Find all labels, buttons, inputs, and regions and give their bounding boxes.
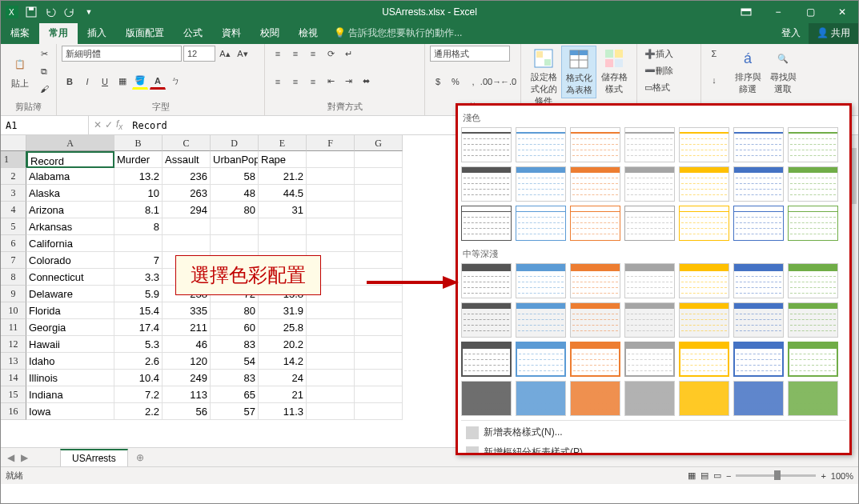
cell[interactable] <box>307 336 355 353</box>
cell[interactable]: 113 <box>163 386 211 403</box>
table-style-thumb[interactable] <box>624 381 675 416</box>
row-head[interactable]: 1 <box>1 151 26 168</box>
name-box[interactable]: A1 <box>1 116 89 134</box>
cell[interactable] <box>307 151 355 168</box>
tab-data[interactable]: 資料 <box>212 22 251 44</box>
table-style-thumb[interactable] <box>461 381 512 416</box>
cell[interactable] <box>307 168 355 185</box>
cell[interactable]: Hawaii <box>26 336 114 353</box>
cell[interactable]: Assault <box>163 151 211 168</box>
cell[interactable]: 11.3 <box>259 403 307 420</box>
cell[interactable] <box>211 218 259 235</box>
tab-insert[interactable]: 插入 <box>78 22 116 44</box>
cell[interactable] <box>355 151 403 168</box>
cell[interactable]: 13.2 <box>114 168 163 185</box>
format-cells-button[interactable]: ▭ 格式 <box>642 79 672 95</box>
cell[interactable] <box>307 319 355 336</box>
col-head[interactable]: A <box>26 135 114 151</box>
cell[interactable]: 58 <box>211 168 259 185</box>
zoom-out-icon[interactable]: − <box>726 471 731 481</box>
cell[interactable] <box>355 218 403 235</box>
row-head[interactable]: 13 <box>1 353 26 370</box>
cell[interactable] <box>355 235 403 252</box>
font-name-select[interactable]: 新細明體 <box>62 46 182 62</box>
cell[interactable]: 5.9 <box>114 286 163 302</box>
cell[interactable] <box>114 235 163 252</box>
cell[interactable]: Arkansas <box>26 218 114 235</box>
cell[interactable] <box>307 185 355 202</box>
sheet-tab[interactable]: USArrests <box>60 449 128 466</box>
cell[interactable]: 31 <box>259 202 307 218</box>
table-style-thumb[interactable] <box>516 342 566 377</box>
row-head[interactable]: 6 <box>1 235 26 252</box>
cell[interactable]: Connecticut <box>26 269 114 286</box>
inc-decimal-icon[interactable]: .00→ <box>483 74 499 90</box>
cell[interactable]: 24 <box>259 370 307 386</box>
indent-inc-icon[interactable]: ⇥ <box>340 74 356 90</box>
cell[interactable]: 2.6 <box>114 353 163 370</box>
cell[interactable]: 83 <box>211 336 259 353</box>
align-center-icon[interactable]: ≡ <box>287 74 303 90</box>
align-bottom-icon[interactable]: ≡ <box>305 46 321 62</box>
cell[interactable]: 249 <box>163 370 211 386</box>
row-head[interactable]: 8 <box>1 269 26 286</box>
paste-button[interactable]: 📋貼上 <box>6 52 34 91</box>
table-style-thumb[interactable] <box>461 263 512 298</box>
redo-icon[interactable] <box>62 4 78 20</box>
cell[interactable]: 46 <box>163 336 211 353</box>
cell[interactable]: 44.5 <box>259 185 307 202</box>
insert-cells-button[interactable]: ➕ 插入 <box>642 46 676 62</box>
phonetic-icon[interactable]: ㄅ <box>167 74 183 90</box>
table-style-thumb[interactable] <box>733 206 784 241</box>
row-head[interactable]: 3 <box>1 185 26 202</box>
indent-dec-icon[interactable]: ⇤ <box>323 74 339 90</box>
cell[interactable]: 263 <box>163 185 211 202</box>
cell[interactable] <box>355 336 403 353</box>
zoom-in-icon[interactable]: + <box>821 471 825 481</box>
view-normal-icon[interactable]: ▦ <box>688 470 696 481</box>
dec-decimal-icon[interactable]: ←.0 <box>500 74 516 90</box>
cell[interactable]: Indiana <box>26 386 114 403</box>
table-style-thumb[interactable] <box>788 302 838 338</box>
cell[interactable] <box>307 403 355 420</box>
cell[interactable]: 65 <box>211 386 259 403</box>
cell[interactable] <box>307 370 355 386</box>
orientation-icon[interactable]: ⟳ <box>323 46 339 62</box>
save-icon[interactable] <box>23 4 39 20</box>
cell[interactable] <box>307 302 355 319</box>
table-style-thumb[interactable] <box>733 166 784 202</box>
table-style-thumb[interactable] <box>679 127 729 162</box>
sheet-nav-prev-icon[interactable]: ◀ <box>1 452 21 463</box>
table-style-thumb[interactable] <box>788 263 838 298</box>
comma-icon[interactable]: , <box>465 74 481 90</box>
cell[interactable]: 10 <box>114 185 163 202</box>
fill-icon[interactable]: ↓ <box>706 72 722 88</box>
view-layout-icon[interactable]: ▤ <box>700 470 708 481</box>
cell[interactable]: 120 <box>163 353 211 370</box>
merge-icon[interactable]: ⬌ <box>358 74 374 90</box>
cell[interactable]: California <box>26 235 114 252</box>
wrap-text-icon[interactable]: ↵ <box>340 46 356 62</box>
table-style-thumb[interactable] <box>570 206 620 241</box>
table-style-thumb[interactable] <box>570 127 620 162</box>
cell[interactable]: 7.2 <box>114 386 163 403</box>
tab-review[interactable]: 校閱 <box>251 22 289 44</box>
cell[interactable]: 7 <box>114 252 163 269</box>
cell[interactable]: 20.2 <box>259 336 307 353</box>
cell[interactable]: 83 <box>211 370 259 386</box>
new-pivot-style[interactable]: 新增樞紐分析表樣式(P)... <box>461 442 846 455</box>
tab-file[interactable]: 檔案 <box>1 22 39 44</box>
row-head[interactable]: 12 <box>1 336 26 353</box>
cell[interactable]: 2.2 <box>114 403 163 420</box>
table-style-thumb[interactable] <box>788 381 838 416</box>
table-style-thumb[interactable] <box>733 342 784 377</box>
tab-view[interactable]: 檢視 <box>289 22 327 44</box>
table-style-thumb[interactable] <box>788 166 838 202</box>
row-head[interactable]: 15 <box>1 386 26 403</box>
table-style-thumb[interactable] <box>624 127 675 162</box>
cell[interactable]: 31.9 <box>259 302 307 319</box>
close-button[interactable]: ✕ <box>826 1 858 23</box>
border-icon[interactable]: ▦ <box>114 74 130 90</box>
row-head[interactable]: 14 <box>1 370 26 386</box>
number-format-select[interactable]: 通用格式 <box>430 46 510 62</box>
